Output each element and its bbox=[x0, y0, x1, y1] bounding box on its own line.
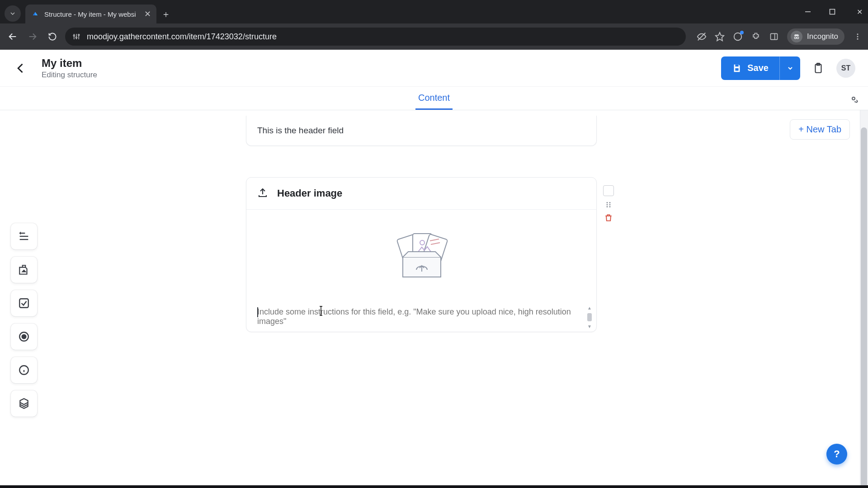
clipboard-button[interactable] bbox=[808, 58, 828, 78]
save-button-group: Save bbox=[721, 56, 800, 80]
app-root: My item Editing structure Save ST bbox=[0, 50, 868, 488]
palette-attachment-field[interactable] bbox=[11, 257, 37, 283]
tab-content-label: Content bbox=[418, 93, 450, 103]
help-fab-label: ? bbox=[834, 448, 840, 460]
svg-point-41 bbox=[609, 204, 611, 206]
attachment-field-card: Header image bbox=[246, 177, 597, 332]
svg-point-7 bbox=[73, 35, 75, 36]
svg-point-42 bbox=[607, 206, 608, 207]
omnibox-url: moodjoy.gathercontent.com/item/17423032/… bbox=[87, 32, 277, 42]
profile-dot-icon[interactable] bbox=[733, 32, 743, 42]
new-tab-button[interactable]: ＋ bbox=[158, 6, 174, 22]
incognito-chip[interactable]: Incognito bbox=[787, 28, 844, 45]
kebab-menu-icon[interactable] bbox=[853, 32, 863, 42]
delete-field-icon[interactable] bbox=[604, 213, 613, 222]
bookmark-star-icon[interactable] bbox=[715, 32, 725, 42]
text-field-value: This is the header field bbox=[257, 126, 585, 136]
canvas: + New Tab This is the he bbox=[0, 110, 868, 488]
save-button[interactable]: Save bbox=[721, 56, 779, 80]
scrollbar-thumb[interactable] bbox=[861, 127, 867, 488]
svg-rect-21 bbox=[736, 64, 739, 66]
palette-guideline-field[interactable] bbox=[11, 357, 37, 383]
field-select-checkbox[interactable] bbox=[603, 185, 614, 196]
svg-rect-22 bbox=[736, 68, 739, 71]
os-taskbar-sliver bbox=[0, 485, 868, 488]
nav-forward-icon bbox=[25, 29, 40, 44]
browser-tab[interactable]: Structure - My item - My websi ✕ bbox=[25, 5, 156, 23]
sidepanel-icon[interactable] bbox=[769, 32, 779, 42]
svg-point-43 bbox=[609, 206, 611, 207]
svg-point-9 bbox=[78, 34, 80, 36]
browser-toolbar: moodjoy.gathercontent.com/item/17423032/… bbox=[0, 23, 868, 50]
field-palette bbox=[11, 223, 37, 417]
save-dropdown-button[interactable] bbox=[779, 56, 800, 80]
tab-search-button[interactable] bbox=[5, 5, 21, 22]
new-field-tab-label: + New Tab bbox=[798, 124, 841, 134]
maximize-icon[interactable] bbox=[829, 9, 841, 15]
app-back-button[interactable] bbox=[13, 60, 29, 76]
svg-point-19 bbox=[857, 36, 859, 38]
favicon-gathercontent bbox=[31, 9, 40, 19]
svg-marker-11 bbox=[716, 33, 724, 41]
browser-titlebar: Structure - My item - My websi ✕ ＋ ✕ bbox=[0, 0, 868, 23]
tab-close-icon[interactable]: ✕ bbox=[144, 9, 151, 19]
browser-tab-title: Structure - My item - My websi bbox=[44, 10, 136, 18]
site-settings-icon[interactable] bbox=[71, 32, 81, 42]
save-button-label: Save bbox=[747, 63, 769, 73]
svg-point-39 bbox=[609, 202, 611, 203]
svg-rect-1 bbox=[830, 9, 835, 14]
dropzone-illustration-icon bbox=[383, 230, 460, 284]
palette-radio-field[interactable] bbox=[11, 324, 37, 350]
save-icon bbox=[732, 63, 742, 73]
svg-point-16 bbox=[797, 37, 799, 39]
minimize-icon[interactable] bbox=[805, 9, 816, 15]
svg-point-38 bbox=[607, 202, 608, 203]
svg-point-40 bbox=[607, 204, 608, 206]
upload-icon bbox=[257, 188, 269, 199]
help-fab[interactable]: ? bbox=[826, 444, 847, 465]
window-controls: ✕ bbox=[805, 0, 865, 23]
extensions-icon[interactable] bbox=[751, 32, 761, 42]
drag-handle-icon[interactable] bbox=[604, 201, 613, 209]
omnibox[interactable]: moodjoy.gathercontent.com/item/17423032/… bbox=[65, 28, 686, 46]
settings-gear-icon[interactable] bbox=[846, 91, 861, 106]
field-side-actions bbox=[603, 185, 614, 222]
nav-reload-icon[interactable] bbox=[45, 29, 60, 44]
svg-point-28 bbox=[22, 335, 26, 339]
palette-checkbox-field[interactable] bbox=[11, 290, 37, 316]
page-subtitle: Editing structure bbox=[42, 70, 97, 80]
eye-off-icon[interactable] bbox=[697, 32, 707, 42]
new-field-tab-button[interactable]: + New Tab bbox=[790, 119, 850, 140]
avatar-initials: ST bbox=[841, 64, 850, 72]
palette-component-field[interactable] bbox=[11, 390, 37, 417]
incognito-label: Incognito bbox=[807, 32, 838, 41]
page-title: My item bbox=[42, 57, 97, 70]
nav-back-icon[interactable] bbox=[5, 29, 20, 44]
textarea-scroll-affordance[interactable]: ▲ ▼ bbox=[585, 305, 594, 329]
svg-point-20 bbox=[857, 38, 859, 40]
avatar[interactable]: ST bbox=[836, 59, 855, 78]
vertical-scrollbar[interactable] bbox=[860, 110, 868, 488]
palette-text-field[interactable] bbox=[11, 223, 37, 249]
svg-rect-26 bbox=[19, 299, 28, 308]
tabbar: Content bbox=[0, 87, 868, 110]
incognito-icon bbox=[791, 31, 802, 42]
attachment-instructions-input[interactable] bbox=[257, 305, 585, 330]
svg-point-18 bbox=[857, 33, 859, 35]
app-header: My item Editing structure Save ST bbox=[0, 50, 868, 87]
svg-point-25 bbox=[852, 97, 855, 100]
svg-point-15 bbox=[794, 37, 796, 39]
attachment-dropzone[interactable] bbox=[246, 210, 596, 305]
svg-point-8 bbox=[76, 37, 77, 38]
text-cursor-icon bbox=[319, 305, 323, 315]
tab-content[interactable]: Content bbox=[415, 87, 453, 110]
svg-rect-13 bbox=[771, 33, 778, 39]
text-caret bbox=[257, 307, 258, 317]
close-window-icon[interactable]: ✕ bbox=[854, 8, 865, 16]
text-field-card[interactable]: This is the header field bbox=[246, 116, 597, 146]
attachment-field-label[interactable]: Header image bbox=[277, 188, 342, 199]
